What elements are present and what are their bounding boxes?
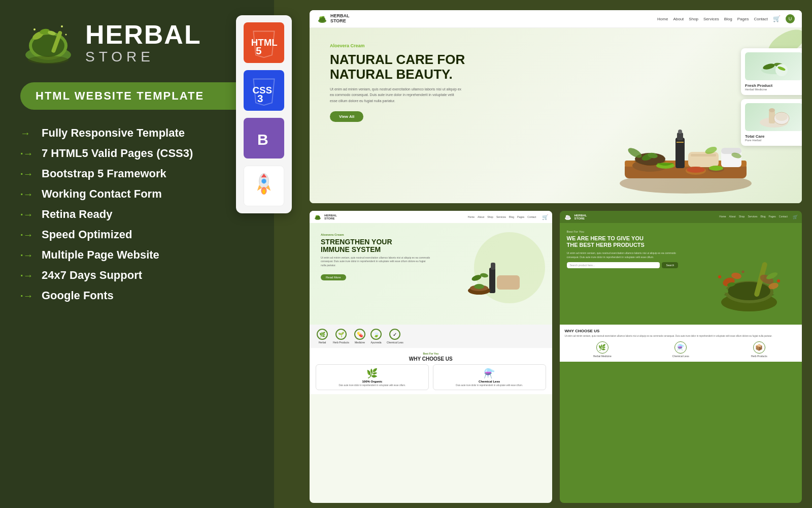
ss1-icons-row: 🌿 Herbal 🌱 Herb Products 💊 Medicine 🍃 Ay…	[310, 325, 552, 348]
ss2-hero-tag: Best For You	[567, 230, 679, 233]
ss2-bottom-section: WHY CHOOSE US Ut enim ad minim veniam, q…	[560, 325, 802, 362]
list-item: ·→ 24x7 Days Support	[20, 265, 254, 285]
arrow-icon: ·→	[20, 229, 35, 241]
tech-icons-column: HTML 5 CSS 3 B	[236, 15, 292, 213]
ss1-icon-ayurveda: 🍃 Ayurveda	[370, 329, 382, 344]
arrow-icon: ·→	[20, 290, 35, 302]
svg-text:3: 3	[257, 92, 263, 104]
css3-icon: CSS 3	[244, 70, 284, 111]
svg-rect-71	[489, 268, 495, 293]
product-card-title-2: Total Care	[745, 134, 802, 139]
template-badge-text: HTML WEBSITE TEMPLATE	[36, 89, 204, 102]
ss1-why-choose-title: WHY CHOOSE US	[316, 356, 546, 362]
html5-icon: HTML 5	[244, 22, 284, 63]
list-item: ·→ Working Contact Form	[20, 184, 254, 204]
preview-logo-text: HERBALSTORE	[330, 14, 350, 24]
nav-link-contact: Contact	[754, 17, 768, 21]
product-card-sub-1: Herbal Medicine	[745, 88, 802, 91]
feature-label: Multiple Page Website	[42, 248, 159, 262]
features-list: → Fully Responsive Template ·→ 7 HTML5 V…	[20, 123, 254, 306]
ss1-hero-tag: Aloevera Cream	[321, 233, 431, 236]
arrow-icon: ·→	[20, 188, 35, 200]
brand-subtitle: STORE	[85, 49, 201, 65]
nav-link-services: Services	[703, 17, 719, 21]
brand-name: HERBAL	[85, 21, 201, 48]
svg-point-21	[261, 179, 266, 183]
ss2-hero-desc: Ut enim ad minim veniam, quis nostrud ex…	[567, 251, 679, 259]
feature-label: Working Contact Form	[42, 187, 162, 201]
herbal-medicine-icon: 🌿	[596, 341, 608, 354]
product-card-image-2	[745, 103, 802, 131]
feature-label: Fully Responsive Template	[42, 126, 185, 140]
template-badge: HTML WEBSITE TEMPLATE	[20, 82, 254, 110]
ss2-search-input[interactable]: Search product here...	[567, 262, 660, 268]
product-card-1: Fresh Product Herbal Medicine	[741, 48, 802, 95]
preview-navbar: HERBALSTORE Home About Shop Services Blo…	[310, 10, 802, 28]
ss1-hero-title: STRENGTHEN YOURIMMUNE SYSTEM	[321, 238, 431, 254]
ss1-icon-medicine: 💊 Medicine	[354, 329, 365, 344]
ss1-why-section: Best For You WHY CHOOSE US 🌿 100% Organi…	[310, 348, 552, 394]
svg-point-9	[65, 34, 67, 36]
svg-point-8	[61, 25, 63, 27]
svg-text:5: 5	[256, 45, 261, 56]
herbal-store-logo-icon	[20, 15, 76, 71]
herb-products-label2: Herb Products	[751, 355, 767, 358]
nav-link-blog: Blog	[724, 17, 732, 21]
ss1-hero-desc: Ut enim ad minim veniam, quis nostrud ex…	[321, 256, 431, 268]
user-icon: U	[786, 14, 795, 23]
main-preview: HERBALSTORE Home About Shop Services Blo…	[310, 10, 802, 203]
screenshots-row: HERBALSTORE Home About Shop Services Blo…	[310, 211, 802, 503]
feature-label: 7 HTML5 Valid Pages (CSS3)	[42, 147, 193, 160]
ss1-icon-chemical-less: ✓ Chemical Less	[387, 329, 403, 344]
logo-text: HERBAL STORE	[85, 21, 201, 65]
ss2-feature-herb: 📦 Herb Products	[722, 341, 797, 358]
chemical-less-icon3: ⚗️	[674, 341, 687, 354]
ss1-why-card-organic: 🌿 100% Organic Duis aute irure dolor in …	[316, 364, 429, 390]
herb-products-icon-circle: 🌱	[335, 329, 347, 340]
ayurveda-icon-circle: 🍃	[370, 329, 382, 340]
ss2-why-desc-area: WHY CHOOSE US Ut enim ad minim veniam, q…	[565, 329, 797, 338]
ss2-why-desc: Ut enim ad minim veniam, quis nostrud ex…	[565, 335, 797, 338]
nav-link-pages: Pages	[737, 17, 749, 21]
ss2-hero-title: WE ARE HERE TO GIVE YOUTHE BEST HERB PRO…	[567, 235, 679, 248]
herb-products-icon2: 📦	[753, 341, 765, 354]
mini-preview-1: HERBALSTORE Home About Shop Services Blo…	[310, 211, 552, 503]
ss2-hero: Best For You WE ARE HERE TO GIVE YOUTHE …	[560, 223, 802, 325]
medicine-icon-circle: 💊	[354, 329, 365, 340]
herb-products-label: Herb Products	[333, 341, 349, 344]
hero-view-all-button[interactable]: View All	[330, 111, 363, 122]
ss1-read-more-button[interactable]: Read More	[321, 274, 346, 280]
list-item: ·→ Google Fonts	[20, 285, 254, 306]
svg-rect-42	[677, 133, 683, 140]
list-item: ·→ Bootstrap 5 Framework	[20, 164, 254, 184]
organic-title: 100% Organic	[319, 380, 425, 383]
svg-point-64	[769, 108, 775, 112]
ss1-why-cards: 🌿 100% Organic Duis aute irure dolor in …	[316, 364, 546, 390]
svg-point-43	[678, 130, 682, 134]
svg-point-93	[718, 275, 721, 278]
left-panel: HERBAL STORE HTML WEBSITE TEMPLATE → Ful…	[0, 0, 274, 508]
svg-point-95	[777, 279, 780, 282]
product-card-2: Total Care Pure Herbal	[741, 99, 802, 146]
feature-label: Google Fonts	[42, 289, 114, 302]
chemical-less-title: Chemical Less	[436, 380, 543, 383]
arrow-icon: ·→	[20, 168, 35, 180]
ss1-hero: Aloevera Cream STRENGTHEN YOURIMMUNE SYS…	[310, 223, 552, 325]
bootstrap-icon: B	[244, 118, 284, 158]
hero-tag: Aloevera Cream	[330, 43, 580, 48]
ss2-search-button[interactable]: Search	[662, 262, 678, 268]
svg-rect-46	[691, 154, 716, 156]
list-item: ·→ Multiple Page Website	[20, 245, 254, 265]
feature-label: Retina Ready	[42, 208, 112, 221]
preview-nav-links: Home About Shop Services Blog Pages Cont…	[657, 14, 795, 23]
ayurveda-label: Ayurveda	[370, 341, 381, 344]
chemical-less-icon-circle: ✓	[389, 329, 400, 340]
feature-label: 24x7 Days Support	[42, 269, 142, 282]
svg-point-25	[262, 189, 265, 194]
list-item: → Fully Responsive Template	[20, 123, 254, 143]
preview-logo: HERBALSTORE	[317, 13, 350, 24]
svg-rect-48	[721, 148, 741, 154]
hero-left: Aloevera Cream NATURAL CARE FORNATURAL B…	[320, 38, 580, 199]
arrow-icon: ·→	[20, 270, 35, 281]
feature-label: Speed Optimized	[42, 228, 132, 241]
